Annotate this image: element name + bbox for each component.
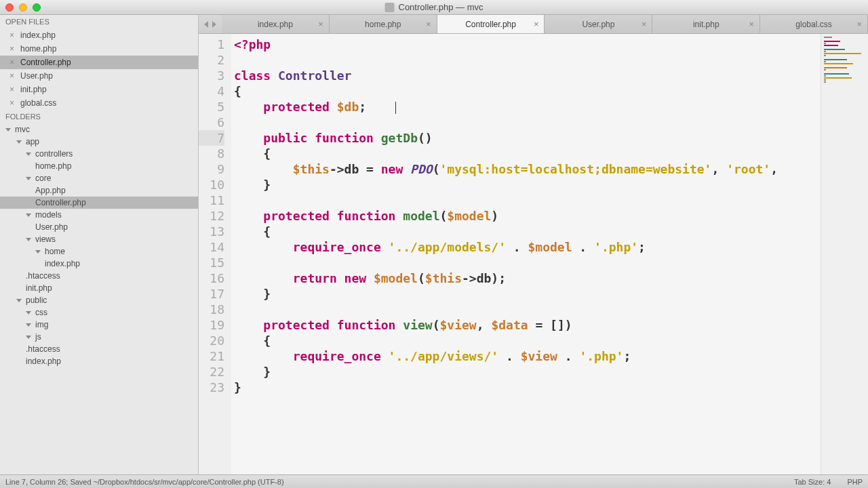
close-icon[interactable]: × <box>318 19 323 29</box>
line-number: 18 <box>199 302 224 317</box>
file-item[interactable]: Controller.php <box>0 197 198 209</box>
folder-item[interactable]: views <box>0 233 198 245</box>
maximize-window-button[interactable] <box>33 3 41 12</box>
line-number: 17 <box>199 286 224 302</box>
editor-tab[interactable]: Controller.php× <box>437 15 545 33</box>
folder-item[interactable]: models <box>0 209 198 221</box>
close-icon[interactable]: × <box>856 19 862 29</box>
open-file-item[interactable]: ×index.php <box>0 28 198 42</box>
file-item[interactable]: init.php <box>0 282 198 294</box>
tree-label: app <box>26 137 39 146</box>
tree-label: home.php <box>35 161 71 171</box>
tree-label: public <box>26 296 47 305</box>
file-item[interactable]: User.php <box>0 221 198 233</box>
window-controls <box>0 3 41 12</box>
folder-item[interactable]: core <box>0 172 198 184</box>
close-window-button[interactable] <box>5 3 14 12</box>
file-item[interactable]: home.php <box>0 160 198 172</box>
line-number: 20 <box>199 333 224 348</box>
tree-label: core <box>35 174 51 183</box>
tree-label: .htaccess <box>26 271 60 281</box>
file-item[interactable]: .htaccess <box>0 270 198 282</box>
line-number: 14 <box>199 239 224 255</box>
close-icon[interactable]: × <box>749 19 755 29</box>
folder-item[interactable]: app <box>0 136 198 148</box>
file-icon <box>385 3 395 12</box>
nav-forward-icon[interactable] <box>212 21 216 28</box>
open-file-item[interactable]: ×Controller.php <box>0 56 198 69</box>
chevron-down-icon <box>26 214 31 217</box>
close-icon[interactable]: × <box>426 19 431 29</box>
chevron-down-icon <box>16 140 22 144</box>
file-label: init.php <box>20 85 47 94</box>
tab-label: Controller.php <box>465 20 516 29</box>
tree-label: Controller.php <box>35 198 86 207</box>
editor-tab[interactable]: init.php× <box>652 15 760 33</box>
editor-tab[interactable]: global.css× <box>760 15 868 33</box>
code-content[interactable]: <?php class Controller { protected $db; … <box>231 34 821 474</box>
line-number: 21 <box>199 348 224 364</box>
tree-label: init.php <box>26 283 52 293</box>
line-number: 1 <box>199 37 224 52</box>
line-number: 13 <box>199 224 224 239</box>
tab-label: index.php <box>258 20 293 29</box>
folder-item[interactable]: home <box>0 245 198 258</box>
code-area[interactable]: 1234567891011121314151617181920212223 <?… <box>199 34 868 474</box>
close-icon[interactable]: × <box>9 58 16 67</box>
folder-item[interactable]: js <box>0 331 198 343</box>
line-number: 8 <box>199 146 224 161</box>
tab-bar: index.php×home.php×Controller.php×User.p… <box>199 15 868 34</box>
tab-label: home.php <box>365 20 401 29</box>
editor-tab[interactable]: home.php× <box>330 15 437 33</box>
line-number: 22 <box>199 364 224 380</box>
file-item[interactable]: .htaccess <box>0 343 198 355</box>
close-icon[interactable]: × <box>9 71 16 81</box>
chevron-down-icon <box>26 238 31 241</box>
chevron-down-icon <box>26 177 31 180</box>
file-label: home.php <box>20 44 56 54</box>
folder-item[interactable]: mvc <box>0 123 198 136</box>
nav-back-icon[interactable] <box>204 21 208 28</box>
close-icon[interactable]: × <box>534 19 539 29</box>
folder-item[interactable]: css <box>0 306 198 319</box>
folder-item[interactable]: public <box>0 294 198 306</box>
editor-tab[interactable]: index.php× <box>222 15 330 33</box>
line-number: 6 <box>199 115 224 130</box>
tree-label: home <box>45 247 65 256</box>
open-file-item[interactable]: ×global.css <box>0 96 198 110</box>
close-icon[interactable]: × <box>9 85 16 94</box>
tree-label: index.php <box>26 357 61 366</box>
file-item[interactable]: index.php <box>0 355 198 367</box>
status-language[interactable]: PHP <box>847 478 863 486</box>
status-tab-size[interactable]: Tab Size: 4 <box>794 478 831 486</box>
file-item[interactable]: App.php <box>0 184 198 197</box>
line-number: 9 <box>199 161 224 177</box>
line-number: 10 <box>199 177 224 192</box>
line-number: 19 <box>199 317 224 333</box>
chevron-down-icon <box>5 128 11 131</box>
chevron-down-icon <box>26 336 31 339</box>
close-icon[interactable]: × <box>9 30 16 40</box>
line-number: 2 <box>199 52 224 68</box>
statusbar: Line 7, Column 26; Saved ~/Dropbox/htdoc… <box>0 474 868 488</box>
open-file-item[interactable]: ×init.php <box>0 83 198 96</box>
close-icon[interactable]: × <box>9 98 16 108</box>
open-file-item[interactable]: ×User.php <box>0 69 198 83</box>
tree-label: controllers <box>35 149 73 159</box>
folders-header: FOLDERS <box>0 110 198 123</box>
tree-label: img <box>35 320 48 329</box>
line-number: 15 <box>199 255 224 270</box>
folder-item[interactable]: img <box>0 319 198 331</box>
open-file-item[interactable]: ×home.php <box>0 42 198 56</box>
file-item[interactable]: index.php <box>0 258 198 270</box>
close-icon[interactable]: × <box>642 19 647 29</box>
tab-label: init.php <box>693 20 719 29</box>
close-icon[interactable]: × <box>9 44 16 54</box>
tab-nav <box>199 15 222 33</box>
chevron-down-icon <box>26 323 31 327</box>
minimize-window-button[interactable] <box>19 3 27 12</box>
folder-item[interactable]: controllers <box>0 148 198 160</box>
tab-label: global.css <box>795 20 831 29</box>
minimap[interactable] <box>821 34 868 474</box>
editor-tab[interactable]: User.php× <box>545 15 652 33</box>
